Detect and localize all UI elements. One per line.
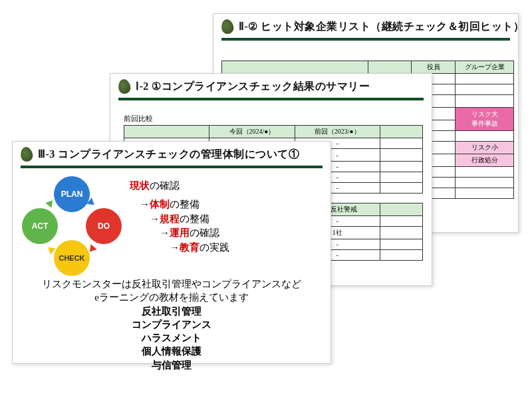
front-body: PLAN DO CHECK ACT 現状の確認 →体制の整備 →規程の整備 →運…	[13, 174, 331, 276]
tag-risk-small-2: リスク小	[456, 142, 514, 154]
topic-5: 与信管理	[13, 358, 331, 372]
check-line-1: →体制の整備	[130, 198, 229, 212]
check-line-0: 現状の確認	[130, 179, 229, 194]
compare-label: 前回比較	[124, 114, 432, 124]
header-rule	[118, 98, 424, 100]
topic-1: 反社取引管理	[13, 305, 331, 318]
header-rule	[21, 166, 323, 168]
leaf-icon	[220, 19, 235, 35]
slide-front-title: Ⅲ-3 コンプライアンスチェックの管理体制について①	[38, 148, 299, 162]
desc-line-1: リスクモンスターは反社取引管理やコンプライアンスなど	[13, 277, 331, 291]
topic-3: ハラスメント	[13, 331, 331, 344]
topic-4: 個人情報保護	[13, 344, 331, 358]
slide-mid-header: Ⅰ-2 ①コンプライアンスチェック結果のサマリー	[110, 74, 432, 96]
pdca-act: ACT	[22, 208, 58, 244]
check-line-4: →教育の実践	[130, 241, 229, 255]
col-officer: 役員	[412, 61, 456, 74]
pdca-diagram: PLAN DO CHECK ACT	[22, 176, 122, 276]
header-rule	[221, 38, 510, 41]
pdca-check: CHECK	[54, 240, 90, 276]
check-line-2: →規程の整備	[130, 212, 229, 227]
tag-risk-large: リスク大事件事故	[456, 108, 514, 131]
slide-back-header: Ⅱ-② ヒット対象企業リスト（継続チェック＆初回ヒット）	[213, 14, 518, 37]
slide-back-title: Ⅱ-② ヒット対象企業リスト（継続チェック＆初回ヒット）	[239, 20, 524, 34]
checklist: 現状の確認 →体制の整備 →規程の整備 →運用の確認 →教育の実践	[130, 176, 229, 276]
col-group: グループ企業	[456, 61, 514, 74]
tag-admin: 行政処分	[456, 154, 514, 167]
slide-mid-title: Ⅰ-2 ①コンプライアンスチェック結果のサマリー	[136, 80, 370, 94]
col-prev: 前回（2023/●）	[295, 126, 380, 138]
front-text: リスクモンスターは反社取引管理やコンプライアンスなど eラーニングの教材を揃えて…	[13, 277, 331, 372]
pdca-plan: PLAN	[54, 176, 90, 212]
desc-line-2: eラーニングの教材を揃えています	[13, 291, 331, 304]
pdca-do: DO	[86, 208, 122, 244]
leaf-icon	[117, 78, 132, 95]
check-line-3: →運用の確認	[130, 226, 229, 241]
slide-front: Ⅲ-3 コンプライアンスチェックの管理体制について① PLAN DO CHECK…	[12, 141, 331, 364]
leaf-icon	[19, 146, 34, 163]
slide-front-header: Ⅲ-3 コンプライアンスチェックの管理体制について①	[13, 142, 331, 164]
topic-2: コンプライアンス	[13, 318, 331, 331]
col-this: 今回（2024/●）	[209, 126, 295, 138]
